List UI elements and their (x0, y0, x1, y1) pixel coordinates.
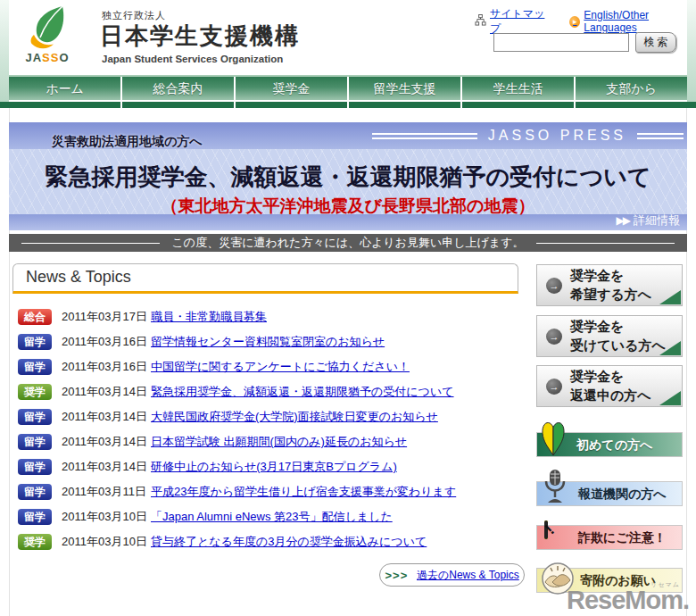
scholarship-repaying-button[interactable]: → 奨学金を返還中の方へ (536, 365, 683, 407)
arrow-circle-icon: → (546, 329, 562, 345)
arrow-circle-icon: → (546, 379, 562, 395)
news-item: 奨学 2011年03月10日 貸与終了となる年度の3月分の奨学金振込みについて (18, 534, 519, 550)
news-topics-heading: News & Topics (12, 263, 518, 294)
warning-icon: ! (544, 522, 548, 538)
news-category-badge: 留学 (18, 484, 52, 500)
news-category-badge: 留学 (18, 359, 52, 375)
search-input[interactable] (493, 33, 629, 52)
news-link[interactable]: 貸与終了となる年度の3月分の奨学金振込みについて (151, 534, 427, 550)
english-languages-link[interactable]: ▸ English/Other Languages (569, 9, 696, 34)
news-link[interactable]: 中国留学に関するアンケートにご協力ください！ (151, 359, 410, 375)
condolence-text: この度、災害に遭われた方々には、心よりお見舞い申し上げます。 (172, 235, 525, 251)
left-edge-strip (0, 0, 9, 102)
news-category-badge: 留学 (18, 409, 52, 425)
sitemap-icon (475, 14, 486, 29)
scholarship-apply-button[interactable]: → 奨学金を希望する方へ (536, 264, 683, 306)
news-category-badge: 留学 (18, 459, 52, 475)
news-link[interactable]: 平成23年度から留学生借り上げ宿舎支援事業が変わります (151, 484, 456, 500)
news-date: 2011年03月14日 (62, 409, 151, 425)
nav-item-student-life[interactable]: 学生生活 (462, 77, 576, 100)
news-item: 留学 2011年03月14日 研修中止のお知らせ(3月17日東京Bプログラム) (18, 459, 519, 475)
press-media-banner[interactable]: 報道機関の方へ (536, 470, 683, 507)
site-title: 日本学生支援機構 (100, 21, 300, 52)
news-date: 2011年03月10日 (62, 534, 151, 550)
news-category-badge: 総合 (18, 309, 52, 325)
news-item: 留学 2011年03月14日 日本留学試験 出願期間(国内のみ)延長のお知らせ (18, 434, 519, 450)
news-link[interactable]: 研修中止のお知らせ(3月17日東京Bプログラム) (151, 459, 397, 475)
divider-line (536, 243, 675, 244)
search-button[interactable]: 検索 (635, 32, 676, 53)
news-category-badge: 留学 (18, 509, 52, 525)
divider-line (21, 243, 160, 244)
news-item: 総合 2011年03月17日 職員・非常勤職員募集 (18, 309, 519, 325)
news-archive-link[interactable]: 過去のNews & Topics (417, 568, 519, 583)
news-item: 留学 2011年03月16日 留学情報センター資料閲覧室閉室のお知らせ (18, 334, 519, 350)
press-subheadline: （東北地方太平洋沖地震及び長野県北部の地震） (9, 195, 687, 218)
news-date: 2011年03月10日 (62, 509, 151, 525)
first-time-banner[interactable]: 初めての方へ (536, 420, 683, 461)
press-lead-text: 災害救助法適用地域の方へ (52, 134, 203, 150)
fraud-warning-banner[interactable]: ! 詐欺にご注意！ (536, 520, 683, 554)
press-headline: 緊急採用奨学金、減額返還・返還期限猶予の受付について (9, 162, 687, 193)
jasso-press-label: JASSO PRESS (488, 128, 626, 144)
triple-chevron-icon: >>> (385, 569, 408, 582)
english-label: English/Other Languages (584, 9, 696, 34)
news-category-badge: 留学 (18, 434, 52, 450)
watermark-text: ReseMom. (567, 586, 689, 614)
button-line2: 受けている方へ (570, 337, 666, 353)
green-corner-icon (659, 341, 681, 355)
news-date: 2011年03月14日 (62, 384, 151, 400)
news-date: 2011年03月17日 (62, 309, 151, 325)
button-line1: 奨学金を (570, 268, 624, 283)
news-archive-button[interactable]: >>> 過去のNews & Topics (379, 563, 525, 587)
news-link[interactable]: 大韓民国政府奨学金(大学院)面接試験日変更のお知らせ (151, 409, 438, 425)
news-list: 総合 2011年03月17日 職員・非常勤職員募集 留学 2011年03月16日… (18, 309, 519, 559)
news-item: 奨学 2011年03月14日 緊急採用奨学金、減額返還・返還期限猶予の受付につい… (18, 384, 519, 400)
button-line2: 返還中の方へ (570, 387, 651, 403)
jasso-leaf-logo-icon (27, 5, 68, 54)
news-item: 留学 2011年03月10日 「Japan Alumni eNews 第23号」… (18, 509, 519, 525)
news-category-badge: 奨学 (18, 384, 52, 400)
nav-item-scholarship[interactable]: 奨学金 (236, 77, 349, 100)
news-link[interactable]: 緊急採用奨学金、減額返還・返還期限猶予の受付について (151, 384, 454, 400)
nav-item-branches[interactable]: 支部から (576, 77, 687, 100)
press-banner: JASSO PRESS 災害救助法適用地域の方へ 緊急採用奨学金、減額返還・返還… (9, 122, 687, 230)
news-date: 2011年03月11日 (62, 484, 151, 500)
scholarship-receiving-button[interactable]: → 奨学金を受けている方へ (536, 315, 683, 357)
detail-info-label: 詳細情報 (634, 212, 680, 229)
button-line2: 希望する方へ (570, 287, 651, 302)
news-date: 2011年03月16日 (62, 334, 151, 350)
decor-line (637, 133, 684, 139)
detail-info-link[interactable]: ▶▶ 詳細情報 (617, 212, 680, 229)
sitemap-label: サイトマップ (490, 6, 550, 37)
nav-item-home[interactable]: ホーム (9, 77, 122, 100)
news-category-badge: 奨学 (18, 534, 52, 550)
nav-underline (0, 102, 696, 108)
news-link[interactable]: 「Japan Alumni eNews 第23号」配信しました (151, 509, 393, 525)
news-link[interactable]: 留学情報センター資料閲覧室閉室のお知らせ (151, 334, 385, 350)
site-title-english: Japan Student Services Organization (102, 54, 283, 64)
news-link[interactable]: 日本留学試験 出願期間(国内のみ)延長のお知らせ (151, 434, 407, 450)
news-link[interactable]: 職員・非常勤職員募集 (151, 309, 267, 325)
nav-item-international[interactable]: 留学生支援 (349, 77, 462, 100)
arrow-circle-icon: ▸ (569, 16, 580, 28)
decor-line (372, 133, 477, 139)
fraud-warning-label: 詐欺にご注意！ (536, 525, 683, 550)
button-line1: 奨学金を (570, 369, 624, 384)
nav-item-guide[interactable]: 総合案内 (122, 77, 236, 100)
news-date: 2011年03月14日 (62, 459, 151, 475)
double-arrow-icon: ▶▶ (617, 214, 629, 227)
condolence-bar: この度、災害に遭われた方々には、心よりお見舞い申し上げます。 (9, 234, 687, 252)
news-item: 留学 2011年03月16日 中国留学に関するアンケートにご協力ください！ (18, 359, 519, 375)
news-item: 留学 2011年03月14日 大韓民国政府奨学金(大学院)面接試験日変更のお知ら… (18, 409, 519, 425)
arrow-circle-icon: → (546, 278, 562, 294)
beginner-mark-icon (540, 420, 567, 461)
microphone-icon (543, 468, 567, 509)
jasso-logo-text: JASSO (20, 51, 75, 64)
main-navigation: ホーム 総合案内 奨学金 留学生支援 学生生活 支部から (9, 75, 687, 100)
jasso-homepage: JASSO 独立行政法人 日本学生支援機構 Japan Student Serv… (0, 0, 696, 616)
news-item: 留学 2011年03月11日 平成23年度から留学生借り上げ宿舎支援事業が変わり… (18, 484, 519, 500)
sitemap-link[interactable]: サイトマップ (475, 6, 550, 37)
green-corner-icon (659, 290, 681, 304)
news-date: 2011年03月14日 (62, 434, 151, 450)
